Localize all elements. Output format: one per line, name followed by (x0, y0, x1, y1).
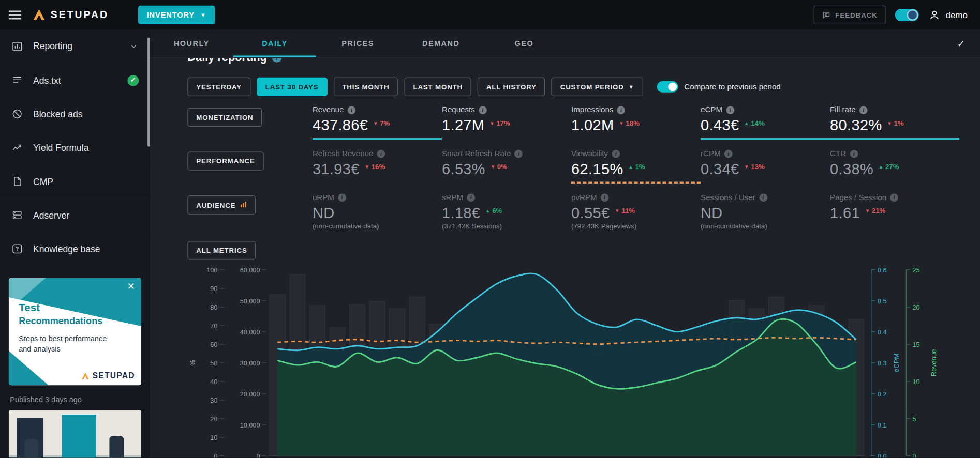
svg-text:?: ? (16, 246, 19, 252)
setupad-logo-mark (33, 9, 46, 21)
sidebar-item-ads-txt[interactable]: Ads.txt✓ (0, 63, 150, 97)
sidebar-item-yield-formula[interactable]: Yield Formula (0, 130, 150, 164)
info-icon[interactable]: i (348, 106, 356, 114)
metric-delta-value: 0% (497, 163, 507, 170)
all-metrics-button[interactable]: ALL METRICS (187, 241, 256, 259)
metric-ecpm[interactable]: eCPMi0.43€▲14% (701, 105, 830, 140)
svg-text:0.5: 0.5 (878, 298, 887, 305)
sidebar-item-adserver[interactable]: Adserver (0, 198, 150, 232)
info-icon[interactable]: i (377, 149, 385, 158)
metric-delta-value: 11% (621, 207, 635, 214)
info-icon[interactable]: i (726, 106, 734, 114)
arrow-down-icon: ▼ (491, 164, 496, 170)
metric-value-row: 6.53%▼0% (442, 160, 562, 178)
info-icon[interactable]: i (515, 149, 523, 158)
info-icon[interactable]: i (617, 106, 626, 114)
metric-rcpm[interactable]: rCPMi0.34€▼13% (701, 148, 830, 184)
tab-geo[interactable]: GEO (482, 29, 566, 57)
svg-text:0: 0 (256, 453, 260, 458)
metric-requests[interactable]: Requestsi1.27M▼17% (442, 105, 571, 140)
info-icon[interactable]: i (467, 193, 475, 202)
metric-head: sRPMi (442, 192, 562, 202)
filter-last-month[interactable]: LAST MONTH (405, 78, 471, 96)
tab-prices[interactable]: PRICES (316, 29, 399, 57)
group-button-performance[interactable]: PERFORMANCE (187, 152, 263, 171)
metric-subtext: (non-cumulative data) (701, 222, 821, 230)
metric-value: ND (313, 204, 335, 222)
group-label-cell: MONETIZATION (187, 105, 313, 127)
metrics-chart[interactable]: 0102030405060708090100%010,00020,00030,0… (185, 265, 960, 457)
metric-refresh-revenue[interactable]: Refresh Revenuei31.93€▼16% (313, 148, 442, 184)
metric-pvrpm[interactable]: pvRPMi0.55€▼11%(792.43K Pageviews) (571, 192, 701, 234)
metric-value-row: 31.93€▼16% (313, 160, 433, 178)
metric-subtext: (371.42K Sessions) (442, 222, 562, 230)
svg-text:40: 40 (210, 378, 217, 386)
metric-value-row: 1.02M▼18% (571, 117, 692, 134)
metric-srpm[interactable]: sRPMi1.18€▲6%(371.42K Sessions) (442, 192, 571, 234)
metric-head: Impressionsi (571, 105, 692, 115)
close-icon[interactable]: ✕ (127, 281, 135, 293)
setupad-logo[interactable]: SETUPAD (33, 9, 109, 21)
info-icon[interactable]: i (890, 193, 898, 202)
info-icon[interactable]: i (724, 149, 733, 158)
metric-revenue[interactable]: Revenuei437.86€▼7% (313, 105, 442, 140)
info-icon[interactable]: i (759, 193, 767, 202)
metric-fill-rate[interactable]: Fill ratei80.32%▼1% (830, 105, 959, 140)
tab-demand[interactable]: DEMAND (399, 29, 483, 57)
info-icon[interactable]: i (612, 149, 620, 158)
metric-urpm[interactable]: uRPMiND(non-cumulative data) (313, 192, 442, 234)
custom-period-button[interactable]: CUSTOM PERIOD▼ (552, 78, 643, 96)
svg-text:25: 25 (913, 267, 920, 274)
tabs-holder: HOURLYDAILYPRICESDEMANDGEO (150, 29, 566, 57)
svg-text:70: 70 (210, 323, 217, 330)
metric-head: Revenuei (313, 105, 433, 115)
feedback-button[interactable]: FEEDBACK (814, 5, 885, 24)
compare-toggle[interactable] (657, 81, 678, 93)
metric-delta-value: 7% (380, 119, 390, 127)
group-button-audience[interactable]: AUDIENCE (187, 195, 256, 215)
blocked-icon (11, 108, 23, 120)
metric-viewability[interactable]: Viewabilityi62.15%▲1% (571, 148, 701, 184)
metric-sessions-user[interactable]: Sessions / UseriND(non-cumulative data) (701, 192, 830, 234)
tabs-check-icon[interactable]: ✓ (957, 29, 965, 57)
tab-label: DAILY (262, 39, 287, 48)
article-thumbnail[interactable] (9, 410, 141, 458)
info-icon[interactable]: i (859, 106, 868, 114)
hamburger-menu-icon[interactable] (9, 10, 21, 19)
sidebar-item-blocked-ads[interactable]: Blocked ads (0, 97, 150, 130)
info-icon[interactable]: i (338, 193, 346, 202)
sidebar-item-reporting[interactable]: Reporting (0, 29, 150, 63)
svg-text:60,000: 60,000 (240, 267, 260, 274)
info-icon[interactable]: i (601, 193, 609, 202)
filter-label: LAST 30 DAYS (265, 83, 319, 90)
inventory-dropdown[interactable]: INVENTORY ▼ (138, 5, 215, 24)
report-body: Daily reporting i YESTERDAYLAST 30 DAYST… (150, 50, 980, 458)
metric-delta-value: 1% (635, 163, 645, 170)
metric-impressions[interactable]: Impressionsi1.02M▼18% (571, 105, 701, 140)
tab-hourly[interactable]: HOURLY (150, 29, 233, 57)
filter-last-30-days[interactable]: LAST 30 DAYS (257, 78, 328, 96)
filter-this-month[interactable]: THIS MONTH (333, 78, 398, 96)
info-icon[interactable]: i (479, 106, 487, 114)
metric-ctr[interactable]: CTRi0.38%▲27% (830, 148, 959, 184)
info-icon[interactable]: i (850, 149, 858, 158)
all-metrics-label: ALL METRICS (196, 247, 247, 254)
topbar: SETUPAD INVENTORY ▼ FEEDBACK demo (0, 0, 980, 29)
metric-value: 1.02M (571, 117, 614, 134)
svg-text:0.6: 0.6 (878, 267, 887, 274)
group-button-monetization[interactable]: MONETIZATION (187, 108, 262, 127)
toggle-switch[interactable] (895, 8, 919, 21)
user-avatar-icon (928, 8, 941, 21)
tab-daily[interactable]: DAILY (233, 29, 317, 57)
svg-text:0.2: 0.2 (878, 391, 887, 398)
metric-pages-session[interactable]: Pages / Sessioni1.61▼21% (830, 192, 959, 234)
filter-all-history[interactable]: ALL HISTORY (478, 78, 545, 96)
metric-delta-value: 16% (372, 163, 385, 170)
filter-yesterday[interactable]: YESTERDAY (187, 78, 250, 96)
sidebar-item-knowledge-base[interactable]: ?Knowledge base (0, 232, 150, 265)
metric-head: Pages / Sessioni (830, 192, 951, 202)
metric-delta: ▼17% (489, 119, 510, 127)
sidebar-item-cmp[interactable]: CMP (0, 164, 150, 198)
user-menu[interactable]: demo (928, 8, 968, 21)
metric-smart-refresh-rate[interactable]: Smart Refresh Ratei6.53%▼0% (442, 148, 571, 184)
